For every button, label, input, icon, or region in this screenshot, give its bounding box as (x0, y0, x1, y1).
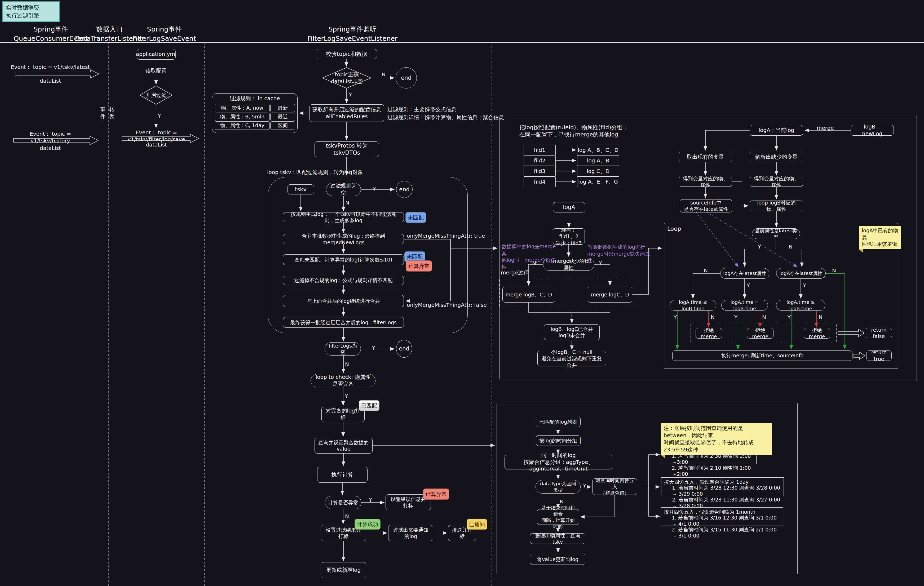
notified-badge: 已通知 (467, 519, 487, 530)
rule-info-annotation: 过滤规则：主要携带公式信息 (388, 106, 509, 113)
yes-label-cur-latest: Y (758, 243, 761, 250)
calc-error-check: 计算是否异常 (325, 496, 361, 509)
rule-detail-annotation: 过滤规则详情：携带计算物、属性信息；聚合信息 (388, 114, 525, 121)
example-line: 1. 若当前时间为 3/28 12:30 则查询 3/28 0:00 ～ 3/2… (664, 485, 781, 497)
merge-process-label: merge过程 (501, 269, 529, 276)
lane-header-listener: Spring事件监听 FilterLogSaveEventListener (302, 25, 403, 43)
loga-has-latest-right: logA存在latest属性 (776, 268, 826, 279)
yes-label-open-filter: Y (158, 112, 161, 119)
loop-logb-node: loop logB对应的物、属性 (750, 201, 803, 211)
open-filter-diamond-text: 开启过滤 (140, 92, 172, 99)
yes-label-has-latest-left: Y (747, 282, 750, 289)
calc-error-badge-1: 计算异常 (406, 260, 432, 272)
no-label-filterlogs: N (345, 361, 349, 368)
end-node-1: end (396, 67, 417, 89)
cache-row-tag: 最近 (270, 113, 295, 121)
cur-latest-check: 当前属性是latest类型 (752, 228, 800, 239)
do-merge-node: 执行merge: 刷新time、sourceInfo (672, 351, 853, 361)
loga-node: logA (553, 202, 585, 212)
datalist-label-2: dataList (11, 145, 90, 151)
fild-row-logs: log A、B (577, 155, 619, 166)
batch-merge-annotation: 当前批数据生成的log进行 merge时只merge缺失的属性 (587, 244, 652, 264)
loop-label: Loop (667, 225, 681, 233)
cache-row-tag: 区间 (270, 121, 295, 130)
filterlogs-empty-check: filterLogs为空 (325, 342, 361, 356)
forward-label-fawd: 转 发 (109, 106, 114, 120)
yes-label-only-missing: Y (599, 260, 602, 267)
unmatched-badge-1: 未匹配 (406, 212, 426, 223)
fild-row-logs: log C、D (577, 166, 619, 176)
return-true-node: return true (866, 351, 892, 361)
db-merge-annotation: 数据库中的log去merge其 他log时，merge全部属性 (502, 243, 559, 270)
update-value-node: 将value更新到log (530, 554, 585, 565)
no-label-has-latest-left: N (704, 267, 708, 274)
datatype-range-check: dataType为区间类型 (536, 480, 581, 494)
yes-label-calc-error: Y (369, 497, 372, 503)
yes-label-t3: Y (787, 314, 791, 321)
fild-row-name: fild1 (524, 145, 556, 155)
topic-ok-diamond-text: topic正确 dataList非空 (322, 71, 371, 85)
no-label-rules-empty: N (345, 199, 349, 206)
source-info-node: sourceInfo中 是否存在latest属性 (680, 199, 732, 212)
time-ge-check: logA.time ≥ logB.time (776, 300, 825, 311)
no-label-has-latest-right: N (832, 267, 836, 274)
cache-rules-title: 过滤规则： in cache (214, 95, 295, 102)
run-calc-node: 执行计算 (317, 467, 368, 483)
sort-query-node: 整理出物属性，查询tskv (530, 533, 585, 544)
application-yml-node: application.yml (137, 49, 176, 59)
merged-state-node: logB、logC已合并 logD未合并 (544, 324, 600, 340)
no-label-only-missing: N (532, 260, 536, 267)
yes-label-topic: Y (349, 91, 352, 98)
no-label-cur-latest: N (789, 243, 792, 250)
take-vars-node: 取出现有的变量 (679, 152, 732, 162)
merge-batch-node: 合并本批数据中生成的log：最终得到mergedNewLogs (283, 234, 404, 244)
gen-log-node: 按规则生成log， 一个tskv可以命中不同过滤规则，生成多条log (283, 212, 404, 222)
datalist-label-3: dataList (122, 141, 191, 148)
example-line: 2. 若当前时间为 3/28 11:30 则查询 3/27 0:00 ～ 3/2… (664, 497, 781, 509)
calc-start-node: 基于结束时间和聚合 间隔，计算开始时间 (537, 509, 579, 525)
same-time-node: 同一时间的log 按聚合信息分组：aggType、 aggInterval、ti… (505, 455, 612, 469)
lane-header-filter-log-save: Spring事件 FilterLogSaveEvent (125, 25, 204, 43)
yes-label-has-latest-right: Y (803, 282, 806, 289)
loop-check-node: loop to check: 物属性是否完备 (310, 374, 376, 387)
fild-row-name: fild4 (524, 176, 556, 187)
no-label-t2: N (762, 314, 766, 321)
calc-error-badge-2: 计算异常 (423, 489, 449, 500)
round-query-node: 对查询时间四舍五入 （整点查询） (592, 479, 637, 495)
no-label-datatype: N (559, 498, 564, 505)
reject-merge-node-3: 拒绝merge (804, 328, 830, 339)
loga-has-latest-left: logA存在latest属性 (720, 268, 769, 279)
time-eq-check: logA.time = logB.time (721, 300, 768, 311)
exist-missing-node: 现有：fild1、2 缺少：fild3 (553, 228, 585, 245)
merge-cd-node: merge logC、D (588, 286, 632, 303)
mark-complete-node: 对完备的log打标 (322, 407, 365, 422)
example-line: 1. 若当前时间为 3/16 12:30 则查询 3/1 0:00 ～ 4/1 … (664, 515, 780, 527)
merge-edge-label: merge (817, 125, 834, 132)
yes-label-datatype: Y (583, 482, 586, 489)
no-label-topic: N (381, 71, 386, 78)
yes-label-filterlogs: Y (372, 344, 375, 351)
get-attr-left-node: 得到变量对应的物、属性 (679, 177, 732, 187)
event-save-label: Event： topic = v1/tskv/filter/log/save (122, 129, 191, 143)
example-line: 2. 若当前时间为 2:10 则查询 1:00～2:00 (664, 465, 754, 477)
yes-label-t1: Y (673, 314, 677, 321)
only-merge-true-label: onlyMergeMissThingAttr: true (407, 232, 497, 239)
check-topic-node: 校验topic和数据 (316, 49, 377, 59)
tskv-to-dto-node: tskvProtos 转为 tskvDTOs (315, 142, 379, 157)
diagram-canvas: 实时数据消费 执行过滤引擎 Spring事件 QueueConsumerEven… (0, 0, 924, 586)
fild-row-name: fild3 (524, 166, 556, 176)
group-by-time-node: 按log的时间分组 (536, 435, 581, 446)
filter-invalid-node: 过滤掉不合规的log：公式与规则详情不匹配 (283, 276, 404, 285)
cache-row-attr: 物、属性：B, 5min (214, 113, 270, 121)
reject-merge-node-2: 拒绝merge (747, 328, 774, 339)
parse-missing-node: 解析出缺少的变量 (750, 152, 803, 162)
no-label-t1: N (711, 314, 714, 321)
yes-label-t2: Y (734, 314, 738, 321)
yes-label-rules-empty: Y (373, 186, 376, 193)
example-day-box: 按天四舍五入，假设聚合间隔为 1day 1. 若当前时间为 3/28 12:30… (661, 477, 784, 496)
set-null-node: 令logB、C = null 避免在当前过滤规则下重复合并 (537, 351, 606, 366)
loop-tskv-label: loop tskv：匹配过滤规则，转为log对象 (267, 169, 384, 176)
fild-row-logs: log A、B、C、D (577, 145, 619, 155)
merge-bcd-node: merge logB、C、D (502, 286, 555, 303)
get-rules-node: 获取所有开启过滤的配置信息 allEnabledRules (309, 104, 384, 122)
